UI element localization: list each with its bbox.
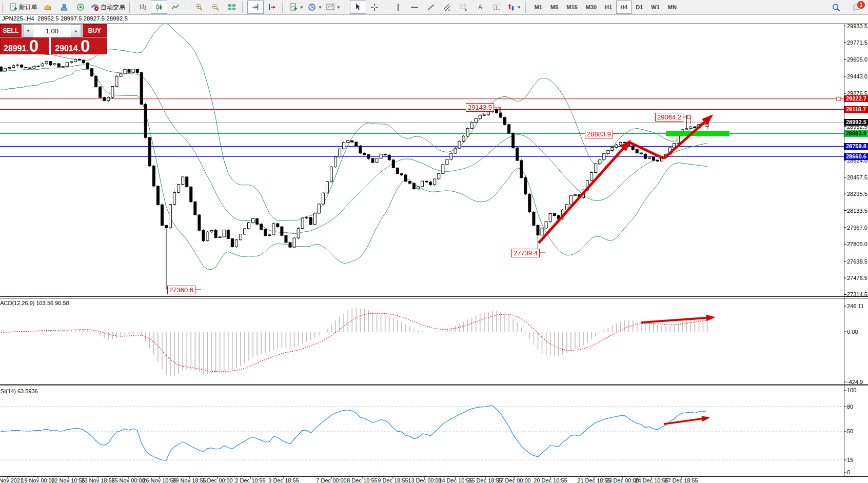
buy-price-big-digit: 0 bbox=[81, 39, 90, 53]
price-annotation[interactable]: 27360.6 bbox=[167, 286, 195, 294]
candlestick bbox=[49, 62, 52, 65]
fibonacci-icon: F bbox=[460, 3, 468, 11]
timeframe-h4-button[interactable]: H4 bbox=[616, 1, 632, 14]
time-axis-label[interactable]: 8 Dec 10:55 bbox=[347, 477, 377, 483]
candlestick bbox=[351, 140, 353, 142]
price-annotation[interactable]: 27739.4 bbox=[511, 249, 540, 257]
sell-price-display[interactable]: 28991 . 0 bbox=[0, 37, 49, 54]
time-axis-label[interactable]: 13 Dec 00:00 bbox=[408, 477, 441, 483]
price-axis-tick: 27476.5 bbox=[847, 275, 867, 281]
time-axis-label[interactable]: 27 Dec 18:55 bbox=[664, 477, 698, 483]
price-axis-tick: 27314.5 bbox=[847, 291, 867, 297]
trend-arrow-line[interactable] bbox=[641, 317, 713, 323]
timeframe-m30-button[interactable]: M30 bbox=[582, 1, 601, 14]
time-axis-label[interactable]: 19 Nov 00:00 bbox=[21, 477, 54, 483]
zoom-in-button[interactable] bbox=[191, 1, 207, 14]
candlestick bbox=[450, 153, 452, 159]
time-axis-label[interactable]: 9 Dec 18:55 bbox=[378, 477, 408, 483]
timeframe-d1-button[interactable]: D1 bbox=[632, 1, 647, 14]
trend-arrow-line[interactable] bbox=[539, 142, 629, 243]
chart-profiles-button[interactable] bbox=[40, 1, 56, 14]
candlestick bbox=[107, 97, 110, 100]
candlestick bbox=[603, 154, 605, 160]
bar-chart-button[interactable] bbox=[134, 1, 151, 14]
time-axis-label[interactable]: 26 Nov 10:55 bbox=[143, 477, 176, 483]
equidistant-channel-button[interactable]: E bbox=[439, 1, 456, 14]
time-axis-label[interactable]: 29 Nov 18:55 bbox=[172, 477, 206, 483]
template-icon bbox=[326, 3, 334, 11]
arrows-button[interactable]: ▼ bbox=[505, 1, 523, 14]
volume-increase-button[interactable]: ▲ bbox=[71, 25, 81, 37]
templates-button[interactable]: ▼ bbox=[324, 1, 343, 14]
time-axis-label[interactable]: 14 Dec 10:55 bbox=[439, 477, 472, 483]
fibonacci-button[interactable]: F bbox=[456, 1, 472, 14]
buy-button[interactable]: BUY bbox=[83, 24, 107, 37]
candlestick bbox=[326, 182, 328, 193]
line-handle-marker[interactable] bbox=[837, 97, 840, 100]
rsi-axis-tick: 80 bbox=[847, 404, 853, 410]
price-axis-tick: 29771.5 bbox=[847, 39, 867, 46]
time-axis-label[interactable]: 22 Nov 10:55 bbox=[51, 477, 85, 483]
time-axis-label[interactable]: 7 Dec 00:00 bbox=[316, 477, 346, 483]
text-button[interactable]: A bbox=[472, 1, 488, 14]
time-axis-label[interactable]: 23 Nov 18:55 bbox=[81, 477, 114, 483]
support-zone-highlight[interactable] bbox=[666, 131, 729, 136]
time-axis-label[interactable]: 1 Dec 00:00 bbox=[202, 477, 232, 483]
price-annotation[interactable]: 28883.9 bbox=[585, 130, 613, 138]
auto-scroll-button[interactable] bbox=[247, 1, 264, 14]
buy-price-display[interactable]: 29014 . 0 bbox=[51, 37, 107, 54]
price-axis-tick: 27805.0 bbox=[847, 241, 867, 247]
time-axis-label[interactable]: 17 Dec 00:00 bbox=[497, 477, 530, 483]
search-button[interactable] bbox=[828, 1, 844, 14]
timeframe-m1-button[interactable]: M1 bbox=[530, 1, 546, 14]
cursor-icon bbox=[354, 3, 362, 11]
price-annotation[interactable]: 29143.5 bbox=[466, 103, 494, 112]
new-order-button[interactable]: 新订单 bbox=[7, 1, 40, 14]
time-axis-label[interactable]: 2 Dec 10:55 bbox=[235, 477, 265, 483]
horizontal-line-button[interactable] bbox=[406, 1, 423, 14]
market-watch-button[interactable] bbox=[56, 1, 72, 14]
time-axis-label[interactable]: 3 Dec 18:55 bbox=[268, 477, 299, 483]
candlestick bbox=[210, 230, 213, 232]
macd-panel[interactable] bbox=[1, 308, 707, 376]
indicators-button[interactable]: ▼ bbox=[287, 1, 306, 14]
candlestick bbox=[148, 137, 151, 166]
time-axis-label[interactable]: 24 Dec 10:55 bbox=[635, 477, 668, 483]
line-chart-button[interactable] bbox=[167, 1, 184, 14]
chart-canvas[interactable] bbox=[0, 0, 868, 483]
tile-windows-button[interactable] bbox=[224, 1, 240, 14]
text-label-icon: T bbox=[492, 3, 501, 11]
vertical-line-button[interactable] bbox=[390, 1, 406, 14]
time-axis-label[interactable]: 25 Nov 00:00 bbox=[111, 477, 145, 483]
candlestick bbox=[45, 62, 48, 64]
time-axis-label[interactable]: 20 Dec 10:55 bbox=[534, 477, 567, 483]
timeframe-m15-button[interactable]: M15 bbox=[562, 1, 581, 14]
sell-button[interactable]: SELL bbox=[0, 24, 22, 37]
macd-signal-line bbox=[1, 313, 707, 372]
timeframe-w1-button[interactable]: W1 bbox=[647, 1, 664, 14]
price-axis-tick: 29443.0 bbox=[847, 73, 867, 79]
candlestick-chart-button[interactable] bbox=[151, 1, 167, 14]
rsi-panel[interactable] bbox=[0, 406, 844, 460]
volume-decrease-button[interactable]: ▼ bbox=[23, 25, 33, 37]
volume-input[interactable]: 1.00 bbox=[33, 25, 71, 37]
trendline-button[interactable] bbox=[423, 1, 439, 14]
auto-trading-button[interactable]: 自动交易 bbox=[89, 1, 127, 14]
periods-button[interactable]: ▼ bbox=[306, 1, 324, 14]
timeframe-h1-button[interactable]: H1 bbox=[601, 1, 616, 14]
timeframe-mn-button[interactable]: MN bbox=[664, 1, 681, 14]
chart-shift-button[interactable] bbox=[264, 1, 280, 14]
price-annotation[interactable]: 29064.2 bbox=[655, 113, 683, 122]
cursor-button[interactable] bbox=[350, 1, 366, 14]
time-axis-label[interactable]: 23 Dec 00:00 bbox=[605, 477, 639, 483]
timeframe-m5-button[interactable]: M5 bbox=[546, 1, 562, 14]
zoom-out-button[interactable] bbox=[207, 1, 224, 14]
text-label-button[interactable]: T bbox=[488, 1, 505, 14]
crosshair-button[interactable] bbox=[366, 1, 383, 14]
candlestick bbox=[363, 153, 366, 155]
notifications-button[interactable]: 1 bbox=[849, 1, 865, 14]
candlestick bbox=[124, 69, 126, 74]
time-axis-label[interactable]: 18 Nov 2021 bbox=[0, 477, 23, 483]
navigator-button[interactable] bbox=[72, 1, 89, 14]
candlestick bbox=[8, 68, 11, 69]
